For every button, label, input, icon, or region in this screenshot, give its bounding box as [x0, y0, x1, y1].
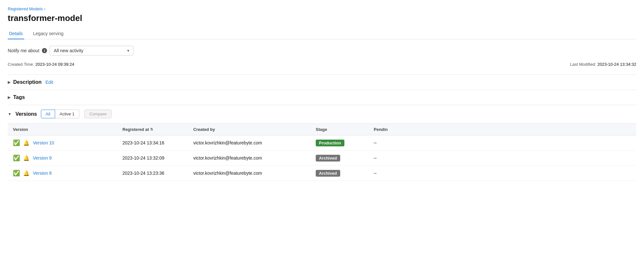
- cell-pending-10: –: [374, 140, 631, 146]
- table-row: ✅ 🔔 Version 8 2023-10-24 13:23:36 victor…: [8, 166, 636, 181]
- col-created-by: Created by: [193, 127, 316, 132]
- cell-stage-9: Archived: [316, 155, 374, 162]
- cell-version-10: ✅ 🔔 Version 10: [13, 139, 122, 146]
- stage-badge-archived: Archived: [316, 155, 340, 162]
- notify-row: Notify me about i All new activity ▾: [8, 46, 636, 55]
- notify-value: All new activity: [54, 48, 83, 53]
- version-9-link[interactable]: Version 9: [33, 155, 52, 161]
- info-icon[interactable]: i: [42, 48, 47, 53]
- breadcrumb-separator: ›: [44, 6, 45, 11]
- tab-legacy-serving[interactable]: Legacy serving: [32, 28, 65, 39]
- created-time: Created Time: 2023-10-24 09:39:24: [8, 62, 74, 67]
- last-modified: Last Modified: 2023-10-24 13:34:32: [570, 62, 636, 67]
- stage-badge-archived-2: Archived: [316, 170, 340, 177]
- versions-title: Versions: [15, 111, 37, 117]
- filter-all-button[interactable]: All: [41, 110, 55, 118]
- check-icon: ✅: [13, 139, 20, 146]
- cell-version-9: ✅ 🔔 Version 9: [13, 154, 122, 162]
- col-registered-at: Registered at ⇅: [122, 127, 193, 132]
- bell-icon[interactable]: 🔔: [23, 140, 30, 146]
- tab-details[interactable]: Details: [8, 28, 24, 39]
- sort-icon[interactable]: ⇅: [150, 127, 153, 132]
- cell-stage-10: Production: [316, 140, 374, 146]
- cell-pending-9: –: [374, 155, 631, 161]
- created-label: Created Time:: [8, 62, 34, 67]
- versions-table: Version Registered at ⇅ Created by Stage…: [8, 123, 636, 181]
- filter-active-button[interactable]: Active 1: [55, 110, 79, 118]
- table-header: Version Registered at ⇅ Created by Stage…: [8, 124, 636, 135]
- modified-label: Last Modified:: [570, 62, 596, 67]
- description-header[interactable]: ▶ Description Edit: [8, 79, 636, 85]
- cell-pending-8: –: [374, 170, 631, 176]
- cell-stage-8: Archived: [316, 170, 374, 177]
- cell-version-8: ✅ 🔔 Version 8: [13, 170, 122, 177]
- description-title: Description: [13, 79, 42, 85]
- tabs-bar: Details Legacy serving: [8, 28, 636, 39]
- tags-section: ▶ Tags: [8, 90, 636, 105]
- col-pending: Pendin: [374, 127, 631, 132]
- chevron-down-icon: ▾: [127, 48, 129, 53]
- metadata-row: Created Time: 2023-10-24 09:39:24 Last M…: [8, 62, 636, 67]
- tags-header[interactable]: ▶ Tags: [8, 94, 636, 100]
- cell-created-by-10: victor.kovrizhkin@featurebyte.com: [193, 140, 316, 145]
- check-icon: ✅: [13, 170, 20, 177]
- cell-registered-at-10: 2023-10-24 13:34:16: [122, 140, 193, 145]
- versions-chevron-icon[interactable]: ▼: [8, 112, 12, 116]
- col-version: Version: [13, 127, 122, 132]
- page-title: transformer-model: [8, 13, 636, 23]
- table-row: ✅ 🔔 Version 9 2023-10-24 13:32:09 victor…: [8, 151, 636, 166]
- modified-value: 2023-10-24 13:34:32: [597, 62, 636, 67]
- description-section: ▶ Description Edit: [8, 74, 636, 90]
- tags-chevron-icon: ▶: [8, 95, 11, 100]
- description-chevron-icon: ▶: [8, 80, 11, 84]
- tags-title: Tags: [13, 94, 25, 100]
- cell-created-by-9: victor.kovrizhkin@featurebyte.com: [193, 155, 316, 161]
- versions-section: ▼ Versions All Active 1 Compare Version …: [8, 105, 636, 181]
- compare-button[interactable]: Compare: [84, 110, 111, 118]
- cell-created-by-8: victor.kovrizhkin@featurebyte.com: [193, 171, 316, 176]
- check-icon: ✅: [13, 154, 20, 162]
- created-value: 2023-10-24 09:39:24: [35, 62, 74, 67]
- bell-icon[interactable]: 🔔: [23, 155, 30, 161]
- version-10-link[interactable]: Version 10: [33, 140, 54, 145]
- cell-registered-at-8: 2023-10-24 13:23:36: [122, 171, 193, 176]
- description-edit-link[interactable]: Edit: [45, 80, 53, 85]
- cell-registered-at-9: 2023-10-24 13:32:09: [122, 155, 193, 161]
- notify-dropdown[interactable]: All new activity ▾: [50, 46, 133, 55]
- col-stage: Stage: [316, 127, 374, 132]
- table-row: ✅ 🔔 Version 10 2023-10-24 13:34:16 victo…: [8, 135, 636, 151]
- breadcrumb[interactable]: Registered Models ›: [8, 6, 636, 11]
- breadcrumb-label: Registered Models: [8, 6, 43, 11]
- versions-filter-group: All Active 1: [41, 110, 80, 118]
- version-8-link[interactable]: Version 8: [33, 171, 52, 176]
- notify-label: Notify me about: [8, 48, 39, 53]
- stage-badge-production: Production: [316, 140, 344, 146]
- versions-header: ▼ Versions All Active 1 Compare: [8, 110, 636, 118]
- bell-icon[interactable]: 🔔: [23, 170, 30, 176]
